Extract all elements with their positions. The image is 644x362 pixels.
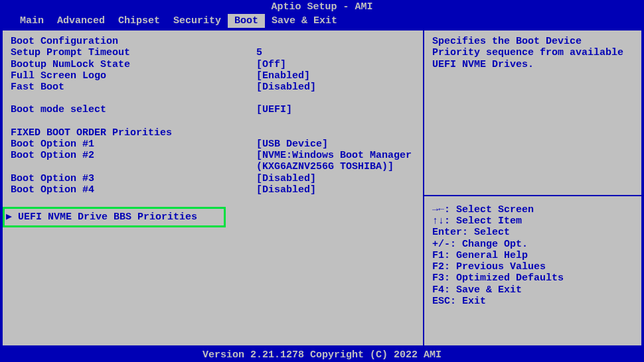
version-copyright: Version 2.21.1278 Copyright (C) 2022 AMI — [202, 349, 442, 361]
submenu-uefi-nvme-priorities[interactable]: ▶ UEFI NVME Drive BBS Priorities — [3, 207, 226, 227]
boot-option-2[interactable]: Boot Option #2 [NVME:Windows Boot Manage… — [11, 150, 415, 173]
help-description: Specifies the Boot Device Priority seque… — [432, 36, 633, 70]
setting-value: [Off] — [256, 59, 415, 70]
title-bar: Aptio Setup - AMI — [0, 0, 644, 14]
menu-boot[interactable]: Boot — [228, 14, 265, 28]
help-panel: Specifies the Boot Device Priority seque… — [424, 29, 643, 347]
help-key-previous-values: F2: Previous Values — [432, 261, 633, 272]
spacer — [11, 116, 415, 127]
boot-option-1[interactable]: Boot Option #1 [USB Device] — [11, 139, 415, 150]
setting-value: [Disabled] — [256, 82, 415, 93]
help-divider — [424, 195, 641, 196]
setting-label: Boot Option #3 — [11, 173, 256, 184]
spacer — [432, 307, 633, 340]
help-key-esc-exit: ESC: Exit — [432, 296, 633, 307]
setting-label: Bootup NumLock State — [11, 59, 256, 70]
spacer — [11, 196, 415, 207]
setting-value: [Enabled] — [256, 70, 415, 82]
setting-numlock-state[interactable]: Bootup NumLock State [Off] — [11, 59, 415, 70]
setting-boot-mode[interactable]: Boot mode select [UEFI] — [11, 104, 415, 115]
setting-value: [UEFI] — [256, 104, 415, 115]
setting-value: [Disabled] — [256, 184, 415, 196]
setting-label: Boot mode select — [11, 104, 256, 115]
setting-fullscreen-logo[interactable]: Full Screen Logo [Enabled] — [11, 70, 415, 82]
boot-option-4[interactable]: Boot Option #4 [Disabled] — [11, 184, 415, 196]
main-settings-panel: Boot Configuration Setup Prompt Timeout … — [1, 29, 424, 347]
setting-label: Boot Option #4 — [11, 184, 256, 196]
setting-label: Full Screen Logo — [11, 70, 256, 82]
footer-bar: Version 2.21.1278 Copyright (C) 2022 AMI — [0, 348, 644, 362]
boot-config-header: Boot Configuration — [11, 36, 415, 47]
setting-value: [NVME:Windows Boot Manager (KXG6AZNV256G… — [256, 150, 415, 173]
menu-save-exit[interactable]: Save & Exit — [265, 14, 344, 28]
help-key-select-screen: →←: Select Screen — [432, 204, 633, 215]
help-key-optimized-defaults: F3: Optimized Defaults — [432, 272, 633, 284]
bios-setup-screen: Aptio Setup - AMI Main Advanced Chipset … — [0, 0, 644, 362]
spacer — [432, 70, 633, 190]
setting-label: Boot Option #1 — [11, 139, 256, 150]
submenu-arrow-icon: ▶ — [6, 211, 18, 223]
setting-label: Setup Prompt Timeout — [11, 47, 256, 58]
help-key-select-item: ↑↓: Select Item — [432, 215, 633, 227]
help-key-save-exit: F4: Save & Exit — [432, 284, 633, 296]
menu-main[interactable]: Main — [13, 14, 50, 28]
help-key-enter: Enter: Select — [432, 227, 633, 238]
menu-advanced[interactable]: Advanced — [50, 14, 112, 28]
content-area: Boot Configuration Setup Prompt Timeout … — [0, 28, 644, 348]
app-title: Aptio Setup - AMI — [271, 1, 372, 13]
setting-value: [USB Device] — [256, 139, 415, 150]
setting-value: 5 — [256, 47, 415, 58]
menu-security[interactable]: Security — [167, 14, 228, 28]
setting-label: Fast Boot — [11, 82, 256, 93]
help-key-general-help: F1: General Help — [432, 250, 633, 261]
submenu-label: UEFI NVME Drive BBS Priorities — [18, 211, 197, 223]
help-key-change-opt: +/-: Change Opt. — [432, 239, 633, 250]
setting-fast-boot[interactable]: Fast Boot [Disabled] — [11, 82, 415, 93]
menu-bar: Main Advanced Chipset Security Boot Save… — [0, 14, 644, 28]
setting-value: [Disabled] — [256, 173, 415, 184]
fixed-boot-header: FIXED BOOT ORDER Priorities — [11, 127, 415, 139]
setting-label: Boot Option #2 — [11, 150, 256, 173]
boot-option-3[interactable]: Boot Option #3 [Disabled] — [11, 173, 415, 184]
menu-chipset[interactable]: Chipset — [112, 14, 167, 28]
help-keys-list: →←: Select Screen ↑↓: Select Item Enter:… — [432, 202, 633, 307]
setting-setup-timeout[interactable]: Setup Prompt Timeout 5 — [11, 47, 415, 58]
spacer — [11, 93, 415, 104]
